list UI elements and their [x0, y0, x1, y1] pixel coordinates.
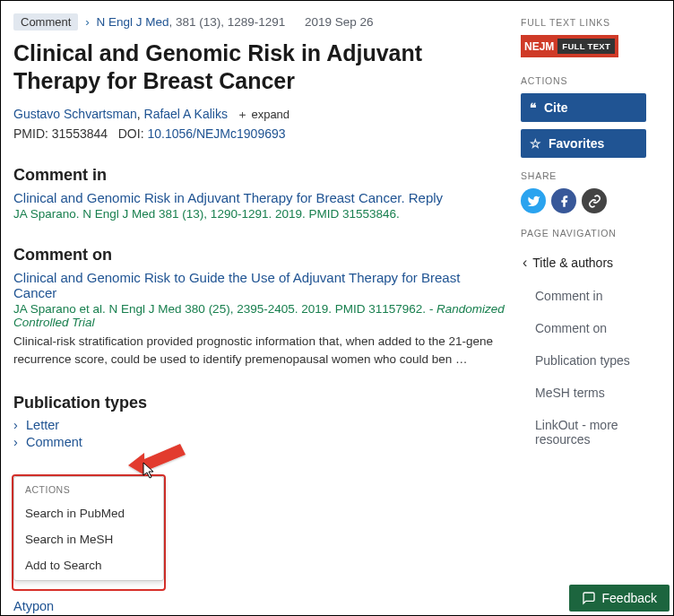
linkout-source[interactable]: Atypon: [13, 599, 54, 613]
chevron-right-icon: ›: [85, 15, 90, 29]
pubtype-badge: Comment: [13, 13, 78, 30]
twitter-icon[interactable]: [521, 188, 546, 213]
nav-comment-on[interactable]: Comment on: [521, 312, 661, 344]
authors: Gustavo Schvartsman, Rafael A Kaliks ＋ e…: [13, 107, 505, 123]
nav-comment-in[interactable]: Comment in: [521, 280, 661, 312]
popup-add-to-search[interactable]: Add to Search: [14, 552, 163, 578]
comment-in-link[interactable]: Clinical and Genomic Risk in Adjuvant Th…: [13, 190, 443, 205]
chat-icon: [582, 591, 596, 605]
star-icon: ☆: [530, 136, 541, 151]
comment-on-snippet: Clinical-risk stratification provided pr…: [13, 333, 505, 369]
pmid-value: 31553844: [52, 126, 108, 141]
popup-search-mesh[interactable]: Search in MeSH: [14, 526, 163, 552]
identifiers: PMID: 31553844 DOI: 10.1056/NEJMc1909693: [13, 126, 505, 141]
section-pubtypes: Publication types: [13, 394, 505, 412]
comment-in-cite: JA Sparano. N Engl J Med 381 (13), 1290-…: [13, 207, 505, 221]
sidebar-nav-label: PAGE NAVIGATION: [521, 228, 661, 239]
section-comment-in: Comment in: [13, 166, 505, 185]
mesh-actions-popup: ACTIONS Search in PubMed Search in MeSH …: [13, 476, 164, 581]
author-link[interactable]: Gustavo Schvartsman: [13, 107, 137, 121]
permalink-icon[interactable]: [582, 188, 607, 213]
cite-button[interactable]: ❝Cite: [521, 93, 646, 122]
nav-pubtypes[interactable]: Publication types: [521, 344, 661, 377]
section-comment-on: Comment on: [13, 246, 505, 265]
pub-date: 2019 Sep 26: [305, 15, 374, 29]
citation-line: Comment › N Engl J Med, 381 (13), 1289-1…: [13, 13, 505, 30]
quote-icon: ❝: [530, 100, 537, 115]
nav-mesh[interactable]: MeSH terms: [521, 377, 661, 409]
journal-desc: , 381 (13), 1289-1291: [168, 15, 285, 29]
feedback-button[interactable]: Feedback: [569, 585, 670, 612]
sidebar-actions-label: ACTIONS: [521, 75, 661, 86]
comment-on-cite: JA Sparano et al. N Engl J Med 380 (25),…: [13, 302, 505, 329]
author-link[interactable]: Rafael A Kaliks: [144, 107, 228, 121]
fulltext-nejm-button[interactable]: NEJMFULL TEXT: [521, 35, 618, 57]
sidebar-share-label: SHARE: [521, 170, 661, 181]
journal-link[interactable]: N Engl J Med: [96, 15, 168, 29]
popup-header: ACTIONS: [14, 482, 163, 500]
sidebar-fulltext-label: FULL TEXT LINKS: [521, 17, 661, 28]
pubtype-item[interactable]: ›Comment: [13, 435, 505, 449]
nav-linkout[interactable]: LinkOut - more resources: [521, 409, 661, 455]
pubtype-item[interactable]: ›Letter: [13, 418, 505, 432]
nav-title-authors[interactable]: Title & authors: [521, 246, 661, 280]
favorites-button[interactable]: ☆Favorites: [521, 129, 646, 158]
facebook-icon[interactable]: [551, 188, 576, 213]
page-nav: Title & authors Comment in Comment on Pu…: [521, 246, 661, 455]
expand-authors[interactable]: ＋ expand: [237, 108, 289, 121]
page-title: Clinical and Genomic Risk in Adjuvant Th…: [13, 39, 505, 96]
comment-on-link[interactable]: Clinical and Genomic Risk to Guide the U…: [13, 270, 460, 300]
doi-link[interactable]: 10.1056/NEJMc1909693: [147, 126, 285, 141]
popup-search-pubmed[interactable]: Search in PubMed: [14, 500, 163, 526]
